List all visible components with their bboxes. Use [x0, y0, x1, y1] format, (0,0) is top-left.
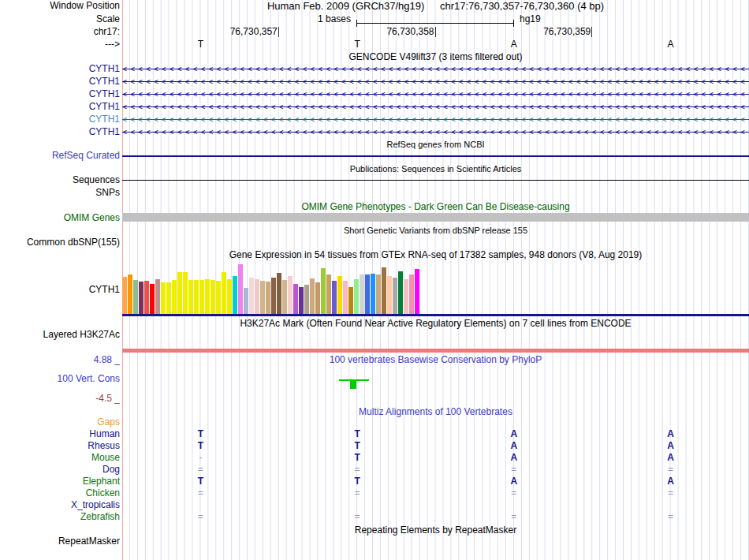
gtex-tissue-bar[interactable]	[288, 276, 293, 314]
gtex-tissue-bar[interactable]	[238, 264, 243, 314]
refseq-curated-label[interactable]: RefSeq Curated	[52, 151, 120, 161]
gtex-tissue-bar[interactable]	[315, 282, 320, 314]
gencode-transcript[interactable]: <<<<<<<<<<<<<<<<<<<<<<<<<<<<<<<<<<<<<<<<…	[122, 114, 749, 125]
omim-track-title[interactable]: OMIM Gene Phenotypes - Dark Green Can Be…	[122, 202, 749, 212]
gtex-tissue-bar[interactable]	[398, 271, 403, 314]
gtex-tissue-bar[interactable]	[177, 272, 182, 314]
gtex-tissue-bar[interactable]	[415, 269, 419, 314]
gtex-tissue-bar[interactable]	[255, 279, 259, 314]
species-label[interactable]: Dog	[102, 465, 120, 475]
gencode-transcript[interactable]: <<<<<<<<<<<<<<<<<<<<<<<<<<<<<<<<<<<<<<<<…	[122, 102, 749, 112]
gtex-tissue-bar[interactable]	[155, 279, 160, 314]
multiz-track-title[interactable]: Multiz Alignments of 100 Vertebrates	[122, 407, 749, 417]
gtex-gene-label[interactable]: CYTH1	[89, 285, 120, 295]
species-label[interactable]: Zebrafish	[80, 512, 120, 522]
gtex-tissue-bar[interactable]	[249, 278, 254, 314]
gtex-tissue-bar[interactable]	[166, 282, 171, 314]
gtex-tissue-bar[interactable]	[161, 282, 166, 314]
gtex-tissue-bar[interactable]	[299, 287, 304, 314]
gencode-gene-label[interactable]: CYTH1	[89, 127, 120, 137]
alignment-base: A	[667, 429, 674, 439]
species-label[interactable]: Elephant	[83, 476, 120, 487]
gtex-tissue-bar[interactable]	[371, 274, 375, 314]
gtex-tissue-bar[interactable]	[326, 274, 331, 314]
gtex-tissue-bar[interactable]	[310, 278, 315, 314]
gtex-tissue-bar[interactable]	[144, 281, 149, 314]
gencode-transcript[interactable]: <<<<<<<<<<<<<<<<<<<<<<<<<<<<<<<<<<<<<<<<…	[122, 77, 749, 87]
gtex-tissue-bar[interactable]	[122, 277, 127, 314]
gaps-label[interactable]: Gaps	[97, 417, 120, 427]
omim-genes-label[interactable]: OMIM Genes	[64, 213, 120, 223]
refseq-track-title[interactable]: RefSeq genes from NCBI	[122, 140, 749, 150]
gtex-tissue-bar[interactable]	[321, 268, 326, 314]
gtex-tissue-bar[interactable]	[409, 274, 414, 314]
refseq-gene-line[interactable]	[122, 155, 749, 157]
gtex-tissue-bar[interactable]	[277, 273, 281, 314]
gencode-gene-label[interactable]: CYTH1	[89, 64, 120, 74]
omim-gene-bar[interactable]	[122, 213, 749, 222]
gtex-tissue-bar[interactable]	[266, 282, 270, 314]
gtex-track-title[interactable]: Gene Expression in 54 tissues from GTEx …	[122, 250, 749, 260]
gtex-tissue-bar[interactable]	[216, 281, 221, 314]
gtex-tissue-bar[interactable]	[404, 279, 408, 314]
dbsnp-label[interactable]: Common dbSNP(155)	[27, 237, 120, 248]
publications-line[interactable]	[122, 180, 749, 181]
gtex-tissue-bar[interactable]	[194, 280, 199, 314]
gtex-tissue-bar[interactable]	[293, 284, 298, 314]
gtex-tissue-bar[interactable]	[343, 281, 348, 314]
conservation-track-title[interactable]: 100 vertebrates Basewise Conservation by…	[122, 355, 749, 365]
species-label[interactable]: Human	[89, 429, 120, 439]
gtex-tissue-bar[interactable]	[393, 278, 397, 314]
gtex-tissue-bar[interactable]	[376, 274, 381, 314]
repeatmasker-label[interactable]: RepeatMasker	[58, 536, 120, 547]
species-label[interactable]: X_tropicalis	[71, 500, 120, 510]
gtex-tissue-bar[interactable]	[282, 280, 287, 314]
gtex-tissue-bar[interactable]	[133, 280, 138, 314]
gtex-tissue-bar[interactable]	[222, 272, 226, 314]
gtex-tissue-bar[interactable]	[211, 280, 215, 314]
gtex-tissue-bar[interactable]	[260, 281, 265, 314]
gencode-track-title[interactable]: GENCODE V49lift37 (3 items filtered out)	[122, 52, 749, 62]
gtex-tissue-bar[interactable]	[387, 276, 392, 314]
snps-label[interactable]: SNPs	[95, 188, 120, 198]
gtex-tissue-bar[interactable]	[354, 279, 359, 314]
gtex-tissue-bar[interactable]	[233, 276, 237, 314]
gtex-tissue-bar[interactable]	[188, 280, 193, 314]
gtex-tissue-bar[interactable]	[227, 279, 232, 314]
h3k27ac-track-title[interactable]: H3K27Ac Mark (Often Found Near Active Re…	[122, 319, 749, 329]
gtex-tissue-bar[interactable]	[332, 281, 337, 314]
sequences-label[interactable]: Sequences	[73, 175, 120, 185]
gencode-transcript[interactable]: <<<<<<<<<<<<<<<<<<<<<<<<<<<<<<<<<<<<<<<<…	[122, 127, 749, 137]
repeatmasker-track-title[interactable]: Repeating Elements by RepeatMasker	[122, 525, 749, 536]
conservation-score-bar[interactable]	[350, 379, 356, 389]
gencode-transcript[interactable]: <<<<<<<<<<<<<<<<<<<<<<<<<<<<<<<<<<<<<<<<…	[122, 89, 749, 99]
gtex-tissue-bar[interactable]	[150, 284, 155, 314]
gtex-tissue-bar[interactable]	[360, 274, 364, 314]
gtex-tissue-bar[interactable]	[128, 274, 132, 314]
species-label[interactable]: Rhesus	[88, 441, 120, 451]
species-label[interactable]: Chicken	[86, 488, 120, 498]
gtex-tissue-bar[interactable]	[172, 280, 177, 314]
gtex-tissue-bar[interactable]	[205, 279, 210, 314]
gtex-tissue-bar[interactable]	[348, 287, 353, 314]
gtex-tissue-bar[interactable]	[382, 267, 386, 314]
gencode-gene-label[interactable]: CYTH1	[89, 77, 120, 87]
gtex-tissue-bar[interactable]	[183, 272, 188, 314]
dbsnp-track-title[interactable]: Short Genetic Variants from dbSNP releas…	[122, 226, 749, 236]
gencode-gene-label[interactable]: CYTH1	[89, 114, 120, 125]
gtex-tissue-bar[interactable]	[337, 276, 342, 314]
gencode-gene-label[interactable]: CYTH1	[89, 102, 120, 112]
gtex-tissue-bar[interactable]	[199, 280, 204, 314]
gtex-tissue-bar[interactable]	[271, 278, 276, 314]
h3k27ac-label[interactable]: Layered H3K27Ac	[43, 330, 120, 340]
h3k27ac-signal-band[interactable]	[122, 349, 749, 353]
gencode-transcript[interactable]: <<<<<<<<<<<<<<<<<<<<<<<<<<<<<<<<<<<<<<<<…	[122, 64, 749, 74]
gencode-gene-label[interactable]: CYTH1	[89, 89, 120, 99]
conservation-label[interactable]: 100 Vert. Cons	[58, 374, 120, 384]
species-label[interactable]: Mouse	[91, 453, 120, 463]
gtex-tissue-bar[interactable]	[365, 274, 370, 314]
publications-track-title[interactable]: Publications: Sequences in Scientific Ar…	[122, 164, 749, 174]
gtex-tissue-bar[interactable]	[139, 282, 143, 314]
gtex-tissue-bar[interactable]	[304, 285, 309, 314]
gtex-tissue-bar[interactable]	[244, 288, 248, 314]
